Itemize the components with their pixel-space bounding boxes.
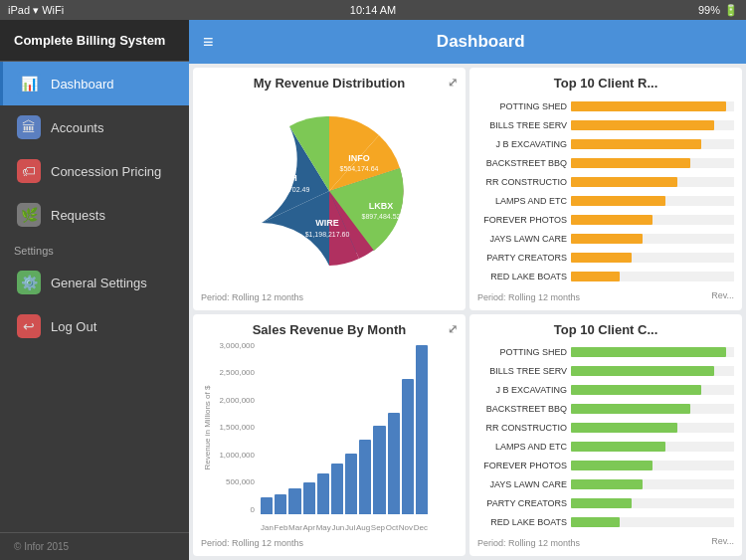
client-bar — [571, 215, 653, 225]
client-row: RED LAKE BOATS — [477, 517, 734, 527]
panel-revenue-title: My Revenue Distribution ⤢ — [201, 76, 458, 91]
client-bar-wrap — [571, 347, 734, 357]
hamburger-menu[interactable]: ≡ — [203, 32, 214, 53]
yaxis-label: 2,000,000 — [219, 396, 255, 405]
client-bar — [571, 139, 701, 149]
client-list-count: POTTING SHEDBILLS TREE SERVJ B EXCAVATIN… — [477, 341, 734, 535]
bar-chart-container: Revenue in Millions of $ 3,000,0002,500,… — [201, 341, 458, 535]
bar — [402, 379, 414, 514]
client-bar — [571, 404, 690, 414]
client-bar-wrap — [571, 498, 734, 508]
sidebar-label-dashboard: Dashboard — [51, 77, 114, 92]
yaxis-label: 1,500,000 — [219, 423, 255, 432]
client-bar-wrap — [571, 517, 734, 527]
client-bar-wrap — [571, 423, 734, 433]
pie-label-lkbx: LKBX — [369, 201, 394, 211]
client-name: PARTY CREATORS — [477, 498, 567, 508]
sidebar-item-requests[interactable]: 🌿Requests — [0, 193, 189, 237]
sidebar-item-logout[interactable]: ↩Log Out — [0, 304, 189, 348]
client-bar-wrap — [571, 253, 734, 263]
client-bar-wrap — [571, 404, 734, 414]
client-bar-wrap — [571, 215, 734, 225]
client-row: LAMPS AND ETC — [477, 442, 734, 452]
client-bar-wrap — [571, 120, 734, 130]
accounts-icon: 🏛 — [17, 115, 41, 139]
bar — [416, 345, 428, 515]
client-bar — [571, 442, 665, 452]
client-name: JAYS LAWN CARE — [477, 479, 567, 489]
yaxis-label: 2,500,000 — [219, 368, 255, 377]
rev-label-count: Rev... — [711, 536, 734, 546]
panel-top10-revenue-footer-row: Period: Rolling 12 months Rev... — [477, 288, 734, 302]
panel-top10-revenue-footer: Period: Rolling 12 months — [477, 292, 580, 302]
client-row: JAYS LAWN CARE — [477, 479, 734, 489]
client-row: RR CONSTRUCTIO — [477, 423, 734, 433]
xaxis-label: Oct — [386, 523, 398, 532]
panel-revenue-footer: Period: Rolling 12 months — [201, 292, 458, 302]
sidebar-item-accounts[interactable]: 🏛Accounts — [0, 105, 189, 149]
client-name: PARTY CREATORS — [477, 253, 567, 263]
client-bar-wrap — [571, 385, 734, 395]
pie-container: INFO $564,174.64 LKBX $897,484.52 WIRE $… — [201, 94, 458, 288]
concession-icon: 🏷 — [17, 159, 41, 183]
client-name: FOREVER PHOTOS — [477, 461, 567, 470]
client-bar — [571, 347, 726, 357]
client-row: PARTY CREATORS — [477, 498, 734, 508]
client-name: LAMPS AND ETC — [477, 196, 567, 206]
sidebar-item-dashboard[interactable]: 📊Dashboard — [0, 62, 189, 105]
client-bar — [571, 253, 632, 263]
panel-top10-count: Top 10 Client C... POTTING SHEDBILLS TRE… — [469, 314, 742, 557]
status-time: 10:14 AM — [350, 4, 396, 16]
client-bar — [571, 272, 620, 281]
sidebar-label-concession: Concession Pricing — [51, 164, 161, 179]
client-bar-wrap — [571, 158, 734, 168]
bar — [345, 454, 357, 514]
client-bar — [571, 101, 726, 111]
client-name: BILLS TREE SERV — [477, 120, 567, 130]
client-row: RR CONSTRUCTIO — [477, 177, 734, 187]
pie-chart: INFO $564,174.64 LKBX $897,484.52 WIRE $… — [245, 114, 414, 269]
client-bar-wrap — [571, 461, 734, 470]
xaxis-label: Jun — [331, 523, 344, 532]
battery-level: 99% — [698, 4, 720, 16]
pie-value-ach: $1,496,702.49 — [266, 186, 310, 193]
client-row: POTTING SHED — [477, 101, 734, 111]
client-bar-wrap — [571, 139, 734, 149]
panel-sales-footer: Period: Rolling 12 months — [201, 538, 458, 548]
sidebar-label-logout: Log Out — [51, 319, 96, 334]
client-row: BILLS TREE SERV — [477, 120, 734, 130]
xaxis-label: Sep — [371, 523, 385, 532]
client-name: BACKSTREET BBQ — [477, 404, 567, 414]
sidebar-label-accounts: Accounts — [51, 120, 103, 135]
expand-icon[interactable]: ⤢ — [448, 76, 458, 90]
client-name: J B EXCAVATING — [477, 139, 567, 149]
bar-xaxis: JanFebMarAprMayJunJulAugSepOctNovDec — [261, 523, 428, 532]
panel-top10-revenue-title: Top 10 Client R... — [477, 76, 734, 91]
xaxis-label: Mar — [288, 523, 302, 532]
main-content: ≡ Dashboard My Revenue Distribution ⤢ — [189, 20, 746, 560]
pie-value-info: $564,174.64 — [340, 165, 379, 172]
xaxis-label: Feb — [275, 523, 288, 532]
sidebar: Complete Billing System 📊Dashboard🏛Accou… — [0, 20, 189, 560]
sidebar-item-general-settings[interactable]: ⚙️General Settings — [0, 261, 189, 304]
expand-icon-sales[interactable]: ⤢ — [448, 322, 458, 336]
status-bar: iPad ▾ WiFi 10:14 AM 99% 🔋 — [0, 0, 746, 20]
app-title: Complete Billing System — [0, 20, 189, 62]
client-bar — [571, 517, 620, 527]
status-device: iPad ▾ WiFi — [8, 4, 64, 17]
client-row: BACKSTREET BBQ — [477, 404, 734, 414]
client-row: POTTING SHED — [477, 347, 734, 357]
bar-chart-area: Revenue in Millions of $ 3,000,0002,500,… — [201, 341, 458, 535]
sidebar-item-concession[interactable]: 🏷Concession Pricing — [0, 149, 189, 193]
client-bar-wrap — [571, 366, 734, 376]
yaxis-label: 1,000,000 — [219, 451, 255, 460]
requests-icon: 🌿 — [17, 203, 41, 227]
client-bar-wrap — [571, 442, 734, 452]
bar — [388, 413, 400, 514]
client-bar — [571, 196, 665, 206]
client-name: LAMPS AND ETC — [477, 442, 567, 452]
bar — [359, 440, 371, 514]
panel-top10-count-title: Top 10 Client C... — [477, 322, 734, 337]
client-row: FOREVER PHOTOS — [477, 215, 734, 225]
client-row: FOREVER PHOTOS — [477, 461, 734, 470]
